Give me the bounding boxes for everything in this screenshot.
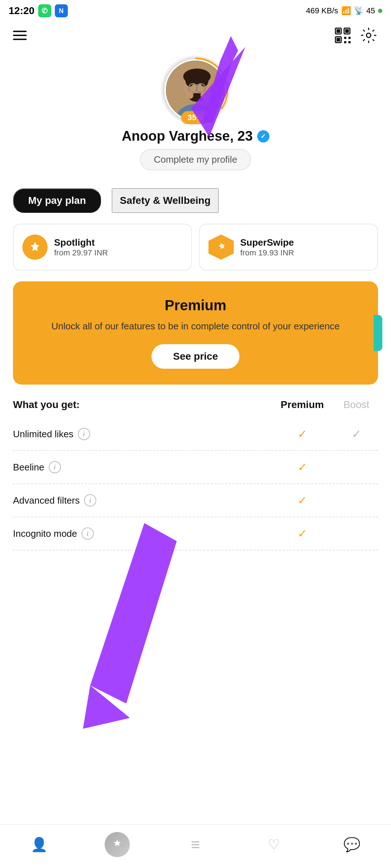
svg-rect-7 bbox=[348, 37, 351, 39]
feature-cards: Spotlight from 29.97 INR SuperSwipe from… bbox=[0, 220, 391, 278]
speed-text: 469 KB/s bbox=[306, 6, 338, 16]
profile-name: Anoop Varghese, 23 ✓ bbox=[122, 128, 269, 144]
complete-profile-button[interactable]: Complete my profile bbox=[140, 149, 251, 170]
see-price-button[interactable]: See price bbox=[151, 344, 240, 369]
unlimited-likes-info[interactable]: i bbox=[78, 428, 90, 440]
premium-banner: Premium Unlock all of our features to be… bbox=[13, 281, 378, 385]
spotlight-title: Spotlight bbox=[54, 237, 108, 248]
progress-badge: 35% bbox=[181, 111, 210, 124]
unlimited-likes-boost-check: ✓ bbox=[335, 427, 378, 441]
svg-point-20 bbox=[188, 92, 193, 99]
advanced-filters-info[interactable]: i bbox=[84, 494, 96, 507]
premium-title: Premium bbox=[27, 297, 364, 314]
features-table: What you get: Premium Boost Unlimited li… bbox=[0, 388, 391, 554]
top-nav-icons bbox=[333, 26, 378, 45]
messages-nav-icon: 💬 bbox=[343, 837, 360, 852]
qr-code-button[interactable] bbox=[333, 26, 352, 45]
hamburger-button[interactable] bbox=[13, 31, 27, 40]
unlimited-likes-label: Unlimited likes i bbox=[13, 428, 270, 440]
profile-section: 35% Anoop Varghese, 23 ✓ Complete my pro… bbox=[0, 51, 391, 181]
bottom-nav-likes[interactable]: ♡ bbox=[256, 837, 292, 852]
feature-row-advanced-filters: Advanced filters i ✓ bbox=[13, 484, 378, 517]
profile-nav-icon: 👤 bbox=[31, 837, 48, 852]
wifi-icon: 📡 bbox=[354, 6, 364, 16]
avatar-container: 35% bbox=[163, 58, 228, 123]
status-bar: 12:20 ✆ N 469 KB/s 📶 📡 45 bbox=[0, 0, 391, 20]
svg-rect-9 bbox=[348, 41, 351, 43]
battery-dot bbox=[378, 9, 382, 13]
svg-rect-6 bbox=[344, 37, 346, 39]
feature-row-beeline: Beeline i ✓ bbox=[13, 451, 378, 484]
bottom-nav-profile[interactable]: 👤 bbox=[21, 837, 57, 852]
tab-my-pay-plan[interactable]: My pay plan bbox=[13, 188, 101, 213]
notch-icon: N bbox=[55, 4, 68, 17]
svg-rect-8 bbox=[344, 41, 346, 43]
superswipe-card[interactable]: SuperSwipe from 19.93 INR bbox=[199, 224, 378, 271]
svg-point-21 bbox=[201, 92, 206, 99]
superswipe-title: SuperSwipe bbox=[240, 237, 294, 248]
tab-safety-wellbeing[interactable]: Safety & Wellbeing bbox=[112, 188, 219, 213]
buzz-nav-icon bbox=[105, 832, 130, 857]
top-nav bbox=[0, 20, 391, 51]
features-header-boost: Boost bbox=[335, 399, 378, 411]
svg-marker-25 bbox=[83, 685, 130, 729]
beeline-info[interactable]: i bbox=[49, 461, 61, 473]
superswipe-icon bbox=[208, 234, 234, 260]
incognito-info[interactable]: i bbox=[82, 527, 94, 540]
bottom-nav-messages[interactable]: 💬 bbox=[334, 837, 370, 852]
svg-rect-3 bbox=[345, 29, 349, 33]
beeline-label: Beeline i bbox=[13, 461, 270, 473]
feature-row-unlimited-likes: Unlimited likes i ✓ ✓ bbox=[13, 418, 378, 451]
bottom-nav-filters[interactable]: ≡ bbox=[177, 836, 214, 854]
verified-badge: ✓ bbox=[257, 130, 269, 143]
battery-text: 45 bbox=[366, 6, 375, 16]
svg-rect-1 bbox=[337, 29, 340, 33]
svg-rect-5 bbox=[337, 38, 340, 41]
incognito-premium-check: ✓ bbox=[270, 527, 335, 540]
filters-nav-icon: ≡ bbox=[191, 836, 200, 854]
tab-bar: My pay plan Safety & Wellbeing bbox=[0, 181, 391, 220]
premium-description: Unlock all of our features to be in comp… bbox=[27, 319, 364, 333]
features-header-label: What you get: bbox=[13, 399, 270, 411]
features-header-premium: Premium bbox=[270, 399, 335, 411]
feature-row-incognito: Incognito mode i ✓ bbox=[13, 517, 378, 551]
incognito-label: Incognito mode i bbox=[13, 527, 270, 540]
unlimited-likes-premium-check: ✓ bbox=[270, 427, 335, 441]
advanced-filters-premium-check: ✓ bbox=[270, 494, 335, 507]
spotlight-price: from 29.97 INR bbox=[54, 248, 108, 258]
premium-side-tab bbox=[374, 315, 382, 351]
features-header: What you get: Premium Boost bbox=[13, 399, 378, 411]
bottom-nav-buzz[interactable] bbox=[99, 832, 135, 857]
beeline-premium-check: ✓ bbox=[270, 460, 335, 474]
status-time: 12:20 bbox=[9, 5, 35, 17]
whatsapp-icon: ✆ bbox=[38, 4, 51, 17]
likes-nav-icon: ♡ bbox=[268, 837, 280, 852]
spotlight-icon bbox=[22, 234, 48, 260]
advanced-filters-label: Advanced filters i bbox=[13, 494, 270, 507]
superswipe-price: from 19.93 INR bbox=[240, 248, 294, 258]
status-right: 469 KB/s 📶 📡 45 bbox=[306, 6, 382, 16]
spotlight-card[interactable]: Spotlight from 29.97 INR bbox=[13, 224, 192, 271]
bottom-nav: 👤 ≡ ♡ 💬 bbox=[0, 824, 391, 868]
signal-icon: 📶 bbox=[341, 6, 351, 16]
settings-button[interactable] bbox=[359, 26, 378, 45]
